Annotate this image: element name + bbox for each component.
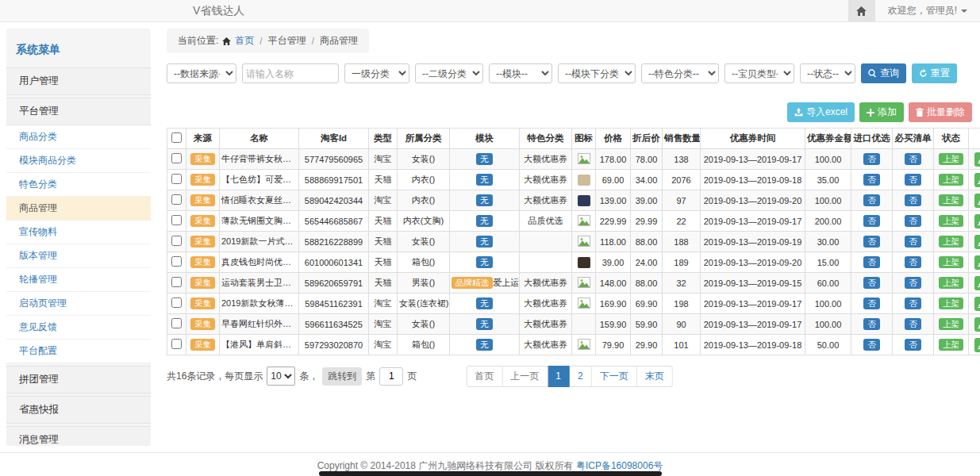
filter-select[interactable]: --状态--	[800, 63, 855, 83]
page-button[interactable]: 上一页	[502, 366, 548, 387]
module-cell: 品牌精选爱上运动	[450, 273, 520, 294]
import-select-badge[interactable]: 否	[863, 174, 880, 186]
must-buy-badge[interactable]: 否	[905, 339, 921, 351]
edit-button[interactable]	[974, 276, 980, 290]
jump-page-input[interactable]	[379, 367, 403, 386]
filter-select[interactable]: --模块下分类--	[558, 63, 636, 83]
import-select-badge[interactable]: 否	[863, 215, 880, 228]
filter-select[interactable]: --数据来源--	[167, 63, 236, 83]
status-badge[interactable]: 上架	[939, 256, 963, 269]
reset-button[interactable]: 重置	[912, 63, 957, 83]
row-checkbox[interactable]	[171, 256, 182, 267]
filter-name-input[interactable]	[242, 63, 339, 83]
filter-select[interactable]: --二级分类--	[415, 63, 483, 83]
import-select-badge[interactable]: 否	[863, 194, 880, 207]
per-page-select[interactable]: 10	[267, 367, 295, 386]
icon-cell	[572, 232, 596, 252]
query-button[interactable]: 查询	[861, 63, 906, 83]
status-badge[interactable]: 上架	[939, 277, 963, 290]
select-all-checkbox[interactable]	[171, 132, 182, 143]
status-badge[interactable]: 上架	[939, 318, 963, 331]
status-badge[interactable]: 上架	[939, 153, 963, 166]
sidebar-item[interactable]: 平台配置	[6, 340, 151, 363]
sidebar-item[interactable]: 轮播管理	[6, 268, 151, 292]
row-checkbox[interactable]	[171, 215, 182, 225]
page-button[interactable]: 下一页	[592, 366, 637, 387]
page-button[interactable]: 2	[570, 366, 592, 387]
must-buy-badge[interactable]: 否	[905, 174, 921, 186]
batch-delete-button[interactable]: 批量删除	[909, 102, 972, 122]
sidebar-item[interactable]: 启动页管理	[6, 292, 151, 316]
must-buy-badge[interactable]: 否	[905, 277, 921, 290]
status-badge[interactable]: 上架	[939, 174, 963, 186]
row-checkbox[interactable]	[171, 174, 182, 184]
edit-button[interactable]	[974, 214, 980, 228]
must-buy-badge[interactable]: 否	[905, 215, 921, 228]
page-button[interactable]: 末页	[637, 366, 673, 387]
jump-button[interactable]: 跳转到	[322, 367, 362, 386]
add-button[interactable]: 添加	[859, 102, 904, 122]
filter-select[interactable]: --宝贝类型--	[724, 63, 794, 83]
status-badge[interactable]: 上架	[939, 298, 963, 310]
must-buy-badge[interactable]: 否	[905, 256, 921, 269]
edit-button[interactable]	[974, 255, 980, 270]
edit-button[interactable]	[974, 317, 980, 332]
page-button[interactable]: 首页	[466, 366, 502, 387]
edit-button[interactable]	[974, 152, 980, 167]
page-button[interactable]: 1	[548, 366, 570, 387]
icp-link[interactable]: 粤ICP备16098006号	[576, 460, 663, 471]
import-select-badge[interactable]: 否	[863, 236, 880, 248]
import-select-badge[interactable]: 否	[863, 339, 880, 351]
sidebar-item[interactable]: 意见反馈	[6, 316, 151, 340]
edit-button[interactable]	[974, 235, 980, 249]
sidebar-section-header[interactable]: 省惠快报	[6, 396, 151, 424]
import-select-badge[interactable]: 否	[863, 277, 880, 290]
import-select-badge[interactable]: 否	[863, 153, 880, 166]
edit-button[interactable]	[974, 297, 980, 311]
row-checkbox[interactable]	[171, 339, 182, 349]
import-excel-button[interactable]: 导入excel	[787, 102, 855, 122]
sidebar-item[interactable]: 商品分类	[6, 125, 151, 149]
import-select-badge[interactable]: 否	[863, 298, 880, 310]
filter-select[interactable]: --特色分类--	[641, 63, 719, 83]
status-badge[interactable]: 上架	[939, 215, 963, 228]
sidebar-item[interactable]: 版本管理	[6, 244, 151, 268]
sidebar-item[interactable]: 模块商品分类	[6, 149, 151, 173]
sidebar-item[interactable]: 商品管理	[6, 197, 151, 221]
sidebar-section-header[interactable]: 用户管理	[6, 67, 151, 95]
filter-select[interactable]: --模块--	[489, 63, 552, 83]
sidebar-item[interactable]: 特色分类	[6, 173, 151, 197]
row-checkbox[interactable]	[171, 318, 182, 328]
taoke-id: 577479560965	[299, 149, 369, 170]
row-checkbox[interactable]	[171, 153, 182, 163]
must-buy-badge[interactable]: 否	[905, 236, 921, 248]
sidebar-section-header[interactable]: 消息管理	[6, 426, 151, 446]
breadcrumb-home-link[interactable]: 首页	[235, 34, 254, 48]
module-cell: 无	[450, 294, 520, 314]
status-badge[interactable]: 上架	[939, 339, 963, 351]
row-checkbox[interactable]	[171, 236, 182, 246]
must-buy-badge[interactable]: 否	[905, 194, 921, 207]
sidebar-section-header[interactable]: 拼团管理	[6, 366, 151, 393]
edit-button[interactable]	[974, 173, 980, 187]
sidebar-section-header[interactable]: 平台管理	[6, 98, 151, 125]
status-badge[interactable]: 上架	[939, 236, 963, 248]
must-buy-badge[interactable]: 否	[905, 153, 921, 166]
breadcrumb: 当前位置: 首页 / 平台管理 / 商品管理	[167, 29, 369, 53]
module-badge: 无	[476, 236, 493, 248]
row-checkbox[interactable]	[171, 194, 182, 205]
filter-select[interactable]: 一级分类	[344, 63, 409, 83]
import-select-badge[interactable]: 否	[863, 318, 880, 331]
row-checkbox[interactable]	[171, 277, 182, 287]
sidebar-item[interactable]: 宣传物料	[6, 221, 151, 244]
nav-home-button[interactable]	[848, 0, 875, 21]
user-menu[interactable]: 欢迎您，管理员!	[875, 4, 980, 17]
status-badge[interactable]: 上架	[939, 194, 963, 207]
edit-button[interactable]	[974, 338, 980, 352]
must-buy-badge[interactable]: 否	[905, 298, 921, 310]
import-select-badge[interactable]: 否	[863, 256, 880, 269]
row-checkbox[interactable]	[171, 298, 182, 308]
must-buy-badge[interactable]: 否	[905, 318, 921, 331]
price: 69.00	[596, 170, 631, 190]
edit-button[interactable]	[974, 194, 980, 208]
